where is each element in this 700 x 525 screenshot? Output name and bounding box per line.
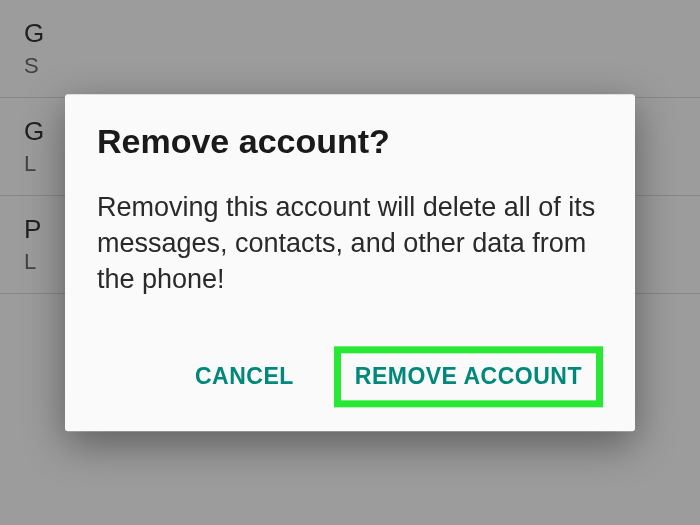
remove-account-dialog: Remove account? Removing this account wi…	[65, 94, 635, 431]
highlight-annotation: REMOVE ACCOUNT	[334, 346, 603, 407]
dialog-actions: CANCEL REMOVE ACCOUNT	[97, 346, 603, 407]
dialog-title: Remove account?	[97, 122, 603, 161]
dialog-body: Removing this account will delete all of…	[97, 189, 603, 298]
remove-account-button[interactable]: REMOVE ACCOUNT	[345, 355, 592, 398]
cancel-button[interactable]: CANCEL	[183, 353, 306, 400]
